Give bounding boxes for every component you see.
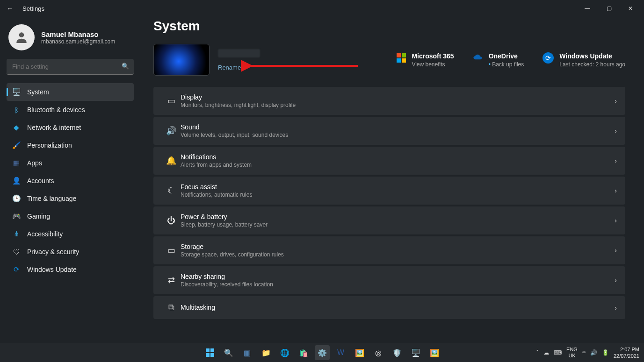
card-title: Notifications [181, 153, 252, 161]
main-panel: System Rename Microsoft 365 View benefit… [140, 17, 644, 343]
word-button[interactable]: W [333, 345, 348, 360]
nav-item-time-language[interactable]: 🕒Time & language [7, 190, 134, 207]
nav-label: System [27, 88, 49, 96]
card-title: Power & battery [181, 213, 268, 220]
device-header: Rename Microsoft 365 View benefits OneDr… [153, 44, 625, 76]
file-explorer-button[interactable]: 📁 [259, 345, 274, 360]
edge-button[interactable]: 🌐 [277, 345, 292, 360]
link-windows-update[interactable]: ⟳ Windows Update Last checked: 2 hours a… [543, 52, 625, 68]
avatar [8, 24, 35, 50]
windows-update-icon: ⟳ [543, 52, 554, 64]
nav-item-privacy-security[interactable]: 🛡Privacy & security [7, 243, 134, 261]
card-multitasking[interactable]: ⧉Multitasking› [153, 296, 625, 319]
card-subtitle: Notifications, automatic rules [181, 192, 252, 198]
card-subtitle: Storage space, drives, configuration rul… [181, 251, 284, 258]
nav-icon: ⟳ [12, 265, 21, 274]
nav-item-personalization[interactable]: 🖌️Personalization [7, 136, 134, 154]
nav-item-windows-update[interactable]: ⟳Windows Update [7, 261, 134, 278]
start-button[interactable] [203, 345, 217, 360]
card-title: Multitasking [181, 304, 215, 311]
nav-label: Accessibility [27, 230, 63, 238]
app-2-button[interactable]: 🖼️ [427, 345, 442, 360]
nav-icon: ▦ [12, 159, 21, 167]
search-input[interactable] [7, 59, 134, 75]
security-button[interactable]: 🛡️ [390, 345, 405, 360]
nav-item-system[interactable]: 🖥️System [7, 83, 134, 101]
tray-language[interactable]: ENGUK [566, 347, 578, 359]
store-button[interactable]: 🛍️ [296, 345, 311, 360]
nav-item-apps[interactable]: ▦Apps [7, 154, 134, 172]
nav-item-bluetooth-devices[interactable]: ᛒBluetooth & devices [7, 101, 134, 119]
back-button[interactable]: ← [3, 5, 17, 12]
nav-label: Accounts [27, 177, 54, 185]
device-name-blurred [218, 49, 260, 57]
chevron-right-icon: › [615, 127, 617, 135]
card-icon: ☾ [162, 185, 181, 196]
card-display[interactable]: ▭DisplayMonitors, brightness, night ligh… [153, 87, 625, 115]
tray-keyboard-icon[interactable]: ⌨ [554, 349, 562, 356]
nav-label: Personalization [27, 142, 72, 149]
user-name: Samuel Mbanaso [41, 30, 115, 38]
chevron-right-icon: › [615, 304, 617, 312]
nav-label: Windows Update [27, 266, 77, 273]
nav-label: Privacy & security [27, 248, 79, 256]
nav-label: Bluetooth & devices [27, 106, 85, 114]
nav-item-accounts[interactable]: 👤Accounts [7, 172, 134, 190]
nav-item-network-internet[interactable]: ◆Network & internet [7, 119, 134, 136]
link-onedrive[interactable]: OneDrive Back up files [473, 52, 524, 68]
taskbar-search[interactable]: 🔍 [221, 345, 236, 360]
nav-list: 🖥️SystemᛒBluetooth & devices◆Network & i… [7, 83, 134, 278]
card-icon: ▭ [162, 245, 181, 256]
card-title: Sound [181, 123, 288, 131]
wupd-sub: Last checked: 2 hours ago [559, 61, 625, 68]
tray-onedrive-icon[interactable]: ☁ [543, 349, 549, 356]
tray-chevron-icon[interactable]: ˄ [536, 349, 539, 356]
photos-button[interactable]: 🖼️ [352, 345, 367, 360]
nav-item-gaming[interactable]: 🎮Gaming [7, 207, 134, 225]
tray-wifi-icon[interactable]: ⌔ [582, 349, 586, 356]
nav-item-accessibility[interactable]: ⋔Accessibility [7, 225, 134, 243]
system-tray[interactable]: ˄ ☁ ⌨ ENGUK ⌔ 🔊 🔋 2:07 PM22/07/2021 [536, 346, 639, 359]
card-focus-assist[interactable]: ☾Focus assistNotifications, automatic ru… [153, 177, 625, 205]
card-subtitle: Sleep, battery usage, battery saver [181, 221, 268, 228]
app-1-button[interactable]: 🖥️ [408, 345, 423, 360]
task-view-button[interactable]: ▥ [240, 345, 255, 360]
card-title: Nearby sharing [181, 273, 273, 280]
onedrive-title: OneDrive [489, 52, 524, 60]
rename-link[interactable]: Rename [218, 64, 260, 71]
wupd-title: Windows Update [559, 52, 625, 60]
card-sound[interactable]: 🔊SoundVolume levels, output, input, soun… [153, 117, 625, 145]
window-title: Settings [22, 5, 44, 12]
nav-icon: 🕒 [12, 194, 21, 203]
settings-cards: ▭DisplayMonitors, brightness, night ligh… [153, 87, 625, 319]
onedrive-sub: Back up files [489, 61, 524, 68]
ms365-title: Microsoft 365 [412, 52, 454, 60]
nav-icon: 🖥️ [12, 88, 21, 96]
close-button[interactable]: ✕ [620, 1, 641, 15]
chrome-button[interactable]: ◎ [371, 345, 386, 360]
card-nearby-sharing[interactable]: ⇄Nearby sharingDiscoverability, received… [153, 266, 625, 294]
nav-icon: 🖌️ [12, 141, 21, 149]
taskbar: 🔍 ▥ 📁 🌐 🛍️ ⚙️ W 🖼️ ◎ 🛡️ 🖥️ 🖼️ ˄ ☁ ⌨ ENGU… [0, 343, 644, 362]
card-title: Storage [181, 243, 284, 250]
nav-label: Network & internet [27, 124, 81, 131]
microsoft-logo-icon [397, 53, 406, 63]
maximize-button[interactable]: ▢ [598, 1, 620, 15]
nav-icon: 🛡 [12, 248, 21, 256]
tray-clock[interactable]: 2:07 PM22/07/2021 [614, 346, 639, 359]
ms365-sub: View benefits [412, 61, 454, 68]
link-microsoft-365[interactable]: Microsoft 365 View benefits [397, 52, 454, 68]
card-icon: ⏻ [162, 216, 181, 226]
card-notifications[interactable]: 🔔NotificationsAlerts from apps and syste… [153, 147, 625, 175]
tray-volume-icon[interactable]: 🔊 [590, 349, 597, 356]
card-icon: ⧉ [162, 303, 181, 312]
tray-battery-icon[interactable]: 🔋 [602, 349, 609, 356]
user-block[interactable]: Samuel Mbanaso mbanaso.samuel@gmail.com [7, 21, 134, 59]
chevron-right-icon: › [615, 97, 617, 105]
card-storage[interactable]: ▭StorageStorage space, drives, configura… [153, 236, 625, 264]
user-email: mbanaso.samuel@gmail.com [41, 38, 115, 45]
minimize-button[interactable]: — [577, 1, 598, 15]
settings-taskbar-button[interactable]: ⚙️ [315, 345, 330, 360]
page-title: System [153, 19, 625, 34]
card-power-battery[interactable]: ⏻Power & batterySleep, battery usage, ba… [153, 206, 625, 234]
